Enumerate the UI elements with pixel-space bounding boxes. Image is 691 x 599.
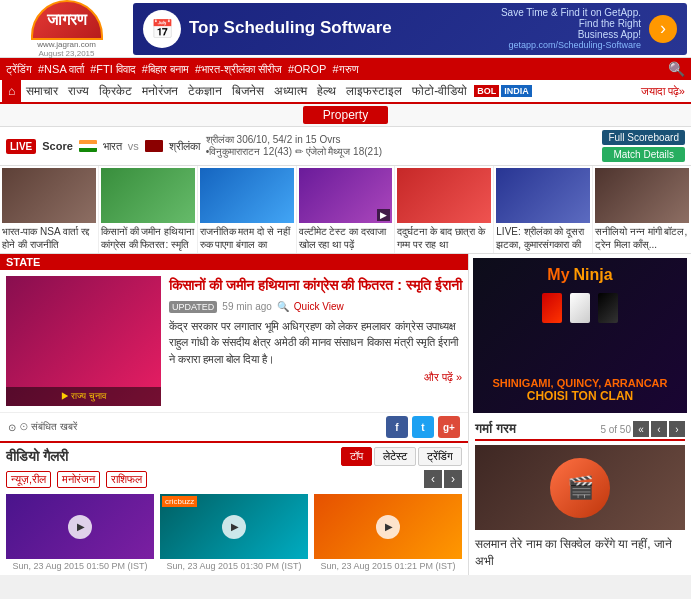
nav-business[interactable]: बिजनेस [227,80,269,102]
tag-bihar[interactable]: #बिहार बनाम [142,63,189,76]
ad-banner[interactable]: 📅 Top Scheduling Software Save Time & Fi… [133,3,687,55]
nav-tech[interactable]: टेकज्ञान [183,80,227,102]
play-button-1: ▶ [68,515,92,539]
latest-tab-button[interactable]: लेटेस्ट [374,447,416,466]
logo-circle[interactable]: जागरण [31,0,103,40]
ad-text: Top Scheduling Software [189,18,471,38]
nav-lifestyle[interactable]: लाइफस्टाइल [341,80,407,102]
nav-photo-video[interactable]: फोटो-वीडियो [407,80,472,102]
sub-tab-entertainment[interactable]: मनोरंजन [57,471,100,488]
full-scoreboard-button[interactable]: Full Scoreboard [602,130,685,145]
nav-samachar[interactable]: समाचार [21,80,63,102]
video-thumb-1: ▶ [6,494,154,559]
nav-entertainment[interactable]: मनोरंजन [137,80,183,102]
news-image-6 [496,168,590,223]
garma-image: 🎬 [475,445,685,530]
article-footer: ⊙ ⊙ संबंधित खबरें f t g+ [0,412,468,441]
quick-view-link[interactable]: Quick View [294,301,344,312]
nav-cricket[interactable]: क्रिकेट [94,80,137,102]
main-nav: ⌂ समाचार राज्य क्रिकेट मनोरंजन टेकज्ञान … [0,80,691,104]
news-image-7 [595,168,689,223]
tag-orop[interactable]: #OROP [288,63,327,75]
nav-home[interactable]: ⌂ [2,80,21,102]
news-item-4[interactable]: ▶ वल्टीमेट टेस्ट का दरवाजा खोल रहा था पढ… [297,166,396,253]
garma-header-row: गर्मा गरम 5 of 50 « ‹ › [475,421,685,441]
ad-arrow-button[interactable]: › [649,15,677,43]
garma-nav-next[interactable]: › [669,421,685,437]
updated-label: UPDATED [169,301,217,313]
logo-text: जागरण [47,11,87,29]
video-nav-right[interactable]: › [444,470,462,488]
garma-nav-prev[interactable]: ‹ [651,421,667,437]
news-item-3[interactable]: राजनीतिक मतम दो से नहीं रुक पाएगा बंगाल … [198,166,297,253]
content-right: MyNinja SHINIGAMI, QUINCY, ARRANCAR CHOI… [468,254,691,575]
article-text: केंद्र सरकार पर लगातार भूमि अधिग्रहण को … [169,318,462,368]
news-image-2 [101,168,195,223]
video-nav-left[interactable]: ‹ [424,470,442,488]
nav-rajya[interactable]: राज्य [63,80,94,102]
tag-garuda[interactable]: #गरुण [332,63,358,76]
ad-sub2: Business App! [481,29,641,40]
tag-trending[interactable]: ट्रेंडिंग [6,63,32,76]
garma-count: 5 of 50 [600,424,631,435]
video-thumb-3: ▶ [314,494,462,559]
video-item-1[interactable]: ▶ Sun, 23 Aug 2015 01:50 PM (IST) [6,494,154,571]
property-badge[interactable]: Property [303,106,388,124]
match-details-button[interactable]: Match Details [602,147,685,162]
search-icon[interactable]: 🔍 [668,61,685,77]
trending-tab-button[interactable]: ट्रेंडिंग [418,447,462,466]
featured-content: किसानों की जमीन हथियाना कांग्रेस की फितर… [169,276,462,406]
ninja-line2: CHOISI TON CLAN [527,389,633,403]
garma-article-text[interactable]: सलमान तेरे नाम का सिक्वेल करेंगे या नहीं… [475,536,685,570]
twitter-share-button[interactable]: t [412,416,434,438]
live-badge: LIVE [6,139,36,154]
related-icon: ⊙ [8,422,16,433]
garma-nav-first[interactable]: « [633,421,649,437]
vs-label: vs [128,140,139,152]
news-item-7[interactable]: सनीलियो नन्न मांगी बॉटल, ट्रेन मिला काँस… [593,166,691,253]
news-item-2[interactable]: किसानों की जमीन हथियाना कांग्रेस की फितर… [99,166,198,253]
play-button-2: ▶ [222,515,246,539]
googleplus-share-button[interactable]: g+ [438,416,460,438]
sub-tab-news[interactable]: न्यूज़,रील [6,471,51,488]
video-item-2[interactable]: ▶ cricbuzz Sun, 23 Aug 2015 01:30 PM (IS… [160,494,308,571]
video-items: ▶ Sun, 23 Aug 2015 01:50 PM (IST) ▶ cric… [6,494,462,571]
related-link[interactable]: ⊙ ⊙ संबंधित खबरें [8,421,77,433]
ad-right-text: Save Time & Find it on GetApp. Find the … [481,7,641,50]
news-image-5 [397,168,491,223]
news-item-1[interactable]: भारत-पाक NSA वार्ता रद्द होने की राजनीति [0,166,99,253]
tag-fti[interactable]: #FTI विवाद [90,63,136,76]
tag-srilanka[interactable]: #भारत-श्रीलंका सीरीज [195,63,282,76]
time-ago: 59 min ago [222,301,271,312]
top-tab-button[interactable]: टॉप [341,447,372,466]
featured-title[interactable]: किसानों की जमीन हथियाना कांग्रेस की फितर… [169,276,462,296]
video-nav-arrows: ‹ › [424,470,462,488]
ad-sub1: Save Time & Find it on GetApp. Find the … [481,7,641,29]
gallery-header: वीडियो गैलरी टॉप लेटेस्ट ट्रेंडिंग [6,447,462,466]
news-caption-1: भारत-पाक NSA वार्ता रद्द होने की राजनीति [2,225,96,251]
news-item-6[interactable]: LIVE: श्रीलंका को दूसरा झटका, कुमारसंगका… [494,166,593,253]
flag-india [79,140,97,152]
ninja-line1: SHINIGAMI, QUINCY, ARRANCAR [493,377,668,389]
nav-health[interactable]: हेल्थ [312,80,341,102]
tag-nsa[interactable]: #NSA वार्ता [38,63,84,76]
read-more[interactable]: और पढ़ें » [169,371,462,384]
updated-bar: UPDATED 59 min ago 🔍 Quick View [169,301,462,313]
news-caption-4: वल्टीमेट टेस्ट का दरवाजा खोल रहा था पढ़े… [299,225,393,251]
nav-adhyatma[interactable]: अध्यात्म [269,80,312,102]
ninja-ad-container[interactable]: MyNinja SHINIGAMI, QUINCY, ARRANCAR CHOI… [469,254,691,417]
video-date-1: Sun, 23 Aug 2015 01:50 PM (IST) [6,561,154,571]
score1: श्रीलंका 306/10, 54/2 in 15 Ovrs [206,134,597,146]
search-icon-small: 🔍 [277,301,289,312]
more-nav[interactable]: जयादा पढ़े» [637,81,689,102]
facebook-share-button[interactable]: f [386,416,408,438]
sub-tab-rashifal[interactable]: राशिफल [106,471,147,488]
related-label: ⊙ संबंधित खबरें [20,421,77,433]
video-item-3[interactable]: ▶ Sun, 23 Aug 2015 01:21 PM (IST) [314,494,462,571]
score-details: श्रीलंका 306/10, 54/2 in 15 Ovrs •विनुकु… [206,134,597,158]
news-caption-2: किसानों की जमीन हथियाना कांग्रेस की फितर… [101,225,195,251]
logo-sub: www.jagran.com [37,40,96,49]
property-badge-row: Property [0,104,691,127]
news-item-5[interactable]: ददुर्घटना के बाद छात्रा के गम्म पर राह थ… [395,166,494,253]
news-caption-3: राजनीतिक मतम दो से नहीं रुक पाएगा बंगाल … [200,225,294,251]
